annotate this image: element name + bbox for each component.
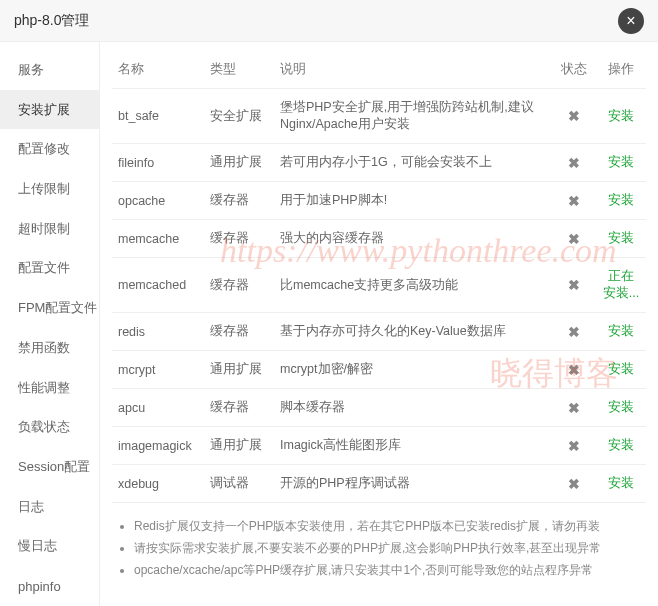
sidebar: 服务安装扩展配置修改上传限制超时限制配置文件FPM配置文件禁用函数性能调整负载状… bbox=[0, 42, 100, 606]
sidebar-item-13[interactable]: phpinfo bbox=[0, 566, 99, 606]
modal-body: 服务安装扩展配置修改上传限制超时限制配置文件FPM配置文件禁用函数性能调整负载状… bbox=[0, 42, 658, 606]
sidebar-item-10[interactable]: Session配置 bbox=[0, 447, 99, 487]
ext-desc: 脚本缓存器 bbox=[274, 389, 552, 427]
status-x-icon[interactable]: ✖ bbox=[568, 438, 580, 454]
modal-window: php-8.0管理 × 服务安装扩展配置修改上传限制超时限制配置文件FPM配置文… bbox=[0, 0, 658, 606]
table-row: xdebug调试器开源的PHP程序调试器✖安装 bbox=[112, 465, 646, 503]
note-item: 请按实际需求安装扩展,不要安装不必要的PHP扩展,这会影响PHP执行效率,甚至出… bbox=[134, 537, 642, 559]
ext-name: memcache bbox=[112, 220, 204, 258]
sidebar-item-8[interactable]: 性能调整 bbox=[0, 368, 99, 408]
ext-name: fileinfo bbox=[112, 144, 204, 182]
table-row: fileinfo通用扩展若可用内存小于1G，可能会安装不上✖安装 bbox=[112, 144, 646, 182]
sidebar-item-9[interactable]: 负载状态 bbox=[0, 407, 99, 447]
ext-status: ✖ bbox=[552, 220, 596, 258]
ext-status: ✖ bbox=[552, 182, 596, 220]
status-x-icon[interactable]: ✖ bbox=[568, 400, 580, 416]
header-action: 操作 bbox=[596, 50, 646, 89]
content-scroll[interactable]: 名称 类型 说明 状态 操作 bt_safe安全扩展堡塔PHP安全扩展,用于增强… bbox=[112, 50, 654, 598]
ext-status: ✖ bbox=[552, 427, 596, 465]
install-button[interactable]: 安装 bbox=[608, 400, 634, 414]
ext-action: 安装 bbox=[596, 313, 646, 351]
ext-status: ✖ bbox=[552, 313, 596, 351]
sidebar-item-2[interactable]: 配置修改 bbox=[0, 129, 99, 169]
notes-section: Redis扩展仅支持一个PHP版本安装使用，若在其它PHP版本已安装redis扩… bbox=[112, 515, 646, 591]
install-button[interactable]: 安装 bbox=[608, 155, 634, 169]
ext-name: imagemagick bbox=[112, 427, 204, 465]
ext-desc: 用于加速PHP脚本! bbox=[274, 182, 552, 220]
install-button[interactable]: 安装 bbox=[608, 476, 634, 490]
ext-action: 安装 bbox=[596, 351, 646, 389]
table-row: mcrypt通用扩展mcrypt加密/解密✖安装 bbox=[112, 351, 646, 389]
ext-action: 安装 bbox=[596, 144, 646, 182]
ext-name: apcu bbox=[112, 389, 204, 427]
install-button[interactable]: 安装 bbox=[608, 438, 634, 452]
ext-status: ✖ bbox=[552, 144, 596, 182]
ext-type: 缓存器 bbox=[204, 220, 274, 258]
ext-type: 通用扩展 bbox=[204, 427, 274, 465]
close-icon[interactable]: × bbox=[618, 8, 644, 34]
ext-status: ✖ bbox=[552, 389, 596, 427]
ext-type: 缓存器 bbox=[204, 258, 274, 313]
ext-desc: 若可用内存小于1G，可能会安装不上 bbox=[274, 144, 552, 182]
install-button[interactable]: 安装 bbox=[608, 362, 634, 376]
sidebar-item-1[interactable]: 安装扩展 bbox=[0, 90, 99, 130]
window-title: php-8.0管理 bbox=[14, 12, 89, 30]
sidebar-item-4[interactable]: 超时限制 bbox=[0, 209, 99, 249]
install-button[interactable]: 正在安装... bbox=[603, 269, 639, 300]
ext-status: ✖ bbox=[552, 465, 596, 503]
extensions-table: 名称 类型 说明 状态 操作 bt_safe安全扩展堡塔PHP安全扩展,用于增强… bbox=[112, 50, 646, 503]
status-x-icon[interactable]: ✖ bbox=[568, 193, 580, 209]
header-desc: 说明 bbox=[274, 50, 552, 89]
ext-action: 安装 bbox=[596, 465, 646, 503]
sidebar-item-7[interactable]: 禁用函数 bbox=[0, 328, 99, 368]
ext-status: ✖ bbox=[552, 89, 596, 144]
ext-name: redis bbox=[112, 313, 204, 351]
ext-action: 安装 bbox=[596, 220, 646, 258]
ext-status: ✖ bbox=[552, 258, 596, 313]
install-button[interactable]: 安装 bbox=[608, 193, 634, 207]
status-x-icon[interactable]: ✖ bbox=[568, 362, 580, 378]
main-panel: https://www.pythonthree.com 晓得博客 名称 类型 说… bbox=[100, 42, 658, 606]
table-row: imagemagick通用扩展Imagick高性能图形库✖安装 bbox=[112, 427, 646, 465]
ext-status: ✖ bbox=[552, 351, 596, 389]
ext-type: 调试器 bbox=[204, 465, 274, 503]
ext-desc: 比memcache支持更多高级功能 bbox=[274, 258, 552, 313]
install-button[interactable]: 安装 bbox=[608, 231, 634, 245]
ext-desc: Imagick高性能图形库 bbox=[274, 427, 552, 465]
table-row: bt_safe安全扩展堡塔PHP安全扩展,用于增强防跨站机制,建议Nginx/A… bbox=[112, 89, 646, 144]
table-row: opcache缓存器用于加速PHP脚本!✖安装 bbox=[112, 182, 646, 220]
sidebar-item-0[interactable]: 服务 bbox=[0, 50, 99, 90]
status-x-icon[interactable]: ✖ bbox=[568, 108, 580, 124]
ext-action: 正在安装... bbox=[596, 258, 646, 313]
table-row: memcache缓存器强大的内容缓存器✖安装 bbox=[112, 220, 646, 258]
table-row: apcu缓存器脚本缓存器✖安装 bbox=[112, 389, 646, 427]
ext-action: 安装 bbox=[596, 427, 646, 465]
table-row: memcached缓存器比memcache支持更多高级功能✖正在安装... bbox=[112, 258, 646, 313]
sidebar-item-11[interactable]: 日志 bbox=[0, 487, 99, 527]
status-x-icon[interactable]: ✖ bbox=[568, 277, 580, 293]
ext-action: 安装 bbox=[596, 89, 646, 144]
status-x-icon[interactable]: ✖ bbox=[568, 155, 580, 171]
notes-list: Redis扩展仅支持一个PHP版本安装使用，若在其它PHP版本已安装redis扩… bbox=[116, 515, 642, 581]
install-button[interactable]: 安装 bbox=[608, 109, 634, 123]
ext-type: 缓存器 bbox=[204, 182, 274, 220]
sidebar-item-6[interactable]: FPM配置文件 bbox=[0, 288, 99, 328]
ext-name: memcached bbox=[112, 258, 204, 313]
install-button[interactable]: 安装 bbox=[608, 324, 634, 338]
ext-desc: 基于内存亦可持久化的Key-Value数据库 bbox=[274, 313, 552, 351]
status-x-icon[interactable]: ✖ bbox=[568, 324, 580, 340]
table-row: redis缓存器基于内存亦可持久化的Key-Value数据库✖安装 bbox=[112, 313, 646, 351]
ext-type: 通用扩展 bbox=[204, 144, 274, 182]
sidebar-item-5[interactable]: 配置文件 bbox=[0, 249, 99, 289]
sidebar-item-3[interactable]: 上传限制 bbox=[0, 169, 99, 209]
ext-name: opcache bbox=[112, 182, 204, 220]
titlebar: php-8.0管理 × bbox=[0, 0, 658, 42]
ext-name: xdebug bbox=[112, 465, 204, 503]
status-x-icon[interactable]: ✖ bbox=[568, 231, 580, 247]
ext-type: 安全扩展 bbox=[204, 89, 274, 144]
ext-desc: 开源的PHP程序调试器 bbox=[274, 465, 552, 503]
sidebar-item-12[interactable]: 慢日志 bbox=[0, 527, 99, 567]
table-header-row: 名称 类型 说明 状态 操作 bbox=[112, 50, 646, 89]
status-x-icon[interactable]: ✖ bbox=[568, 476, 580, 492]
ext-desc: 堡塔PHP安全扩展,用于增强防跨站机制,建议Nginx/Apache用户安装 bbox=[274, 89, 552, 144]
